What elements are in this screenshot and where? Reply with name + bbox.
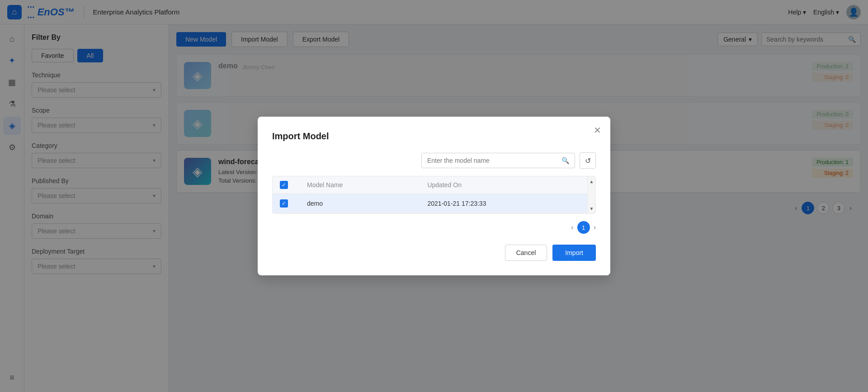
modal-page-1[interactable]: 1 [577,221,590,234]
modal-search-row: 🔍 ↺ [272,152,596,169]
row-checkbox[interactable]: ✓ [280,199,288,208]
scroll-up-button[interactable]: ▲ [588,177,595,185]
header-checkbox[interactable]: ✓ [280,181,288,189]
modal-prev-page[interactable]: ‹ [571,223,573,231]
row-checkbox-cell: ✓ [273,194,300,213]
table-scrollbar: ▲ ▼ [587,176,595,213]
modal-overlay: Import Model ✕ 🔍 ↺ ✓ Model Name Up [0,0,868,392]
row-model-name: demo [300,194,420,213]
modal-next-page[interactable]: › [594,223,596,231]
modal-search-input[interactable] [427,157,558,164]
modal-search-box: 🔍 [421,153,575,168]
modal-table-container: ✓ Model Name Updated On ✓ demo 2021-01-2… [272,176,596,214]
import-button[interactable]: Import [552,245,596,261]
refresh-icon: ↺ [585,156,591,165]
import-model-modal: Import Model ✕ 🔍 ↺ ✓ Model Name Up [258,117,610,275]
modal-footer: Cancel Import [272,245,596,261]
modal-close-button[interactable]: ✕ [594,126,601,135]
row-updated-on: 2021-01-21 17:23:33 [420,194,595,213]
modal-title: Import Model [272,131,596,142]
col-checkbox-header: ✓ [273,176,300,194]
scroll-down-button[interactable]: ▼ [588,204,595,213]
modal-table: ✓ Model Name Updated On ✓ demo 2021-01-2… [273,176,595,213]
col-model-name-header: Model Name [300,176,420,194]
table-header-row: ✓ Model Name Updated On [273,176,595,194]
table-row[interactable]: ✓ demo 2021-01-21 17:23:33 [273,194,595,213]
col-updated-on-header: Updated On [420,176,595,194]
modal-pagination: ‹ 1 › [272,221,596,234]
modal-refresh-button[interactable]: ↺ [580,152,596,169]
cancel-button[interactable]: Cancel [505,245,547,261]
modal-search-icon: 🔍 [561,157,569,164]
